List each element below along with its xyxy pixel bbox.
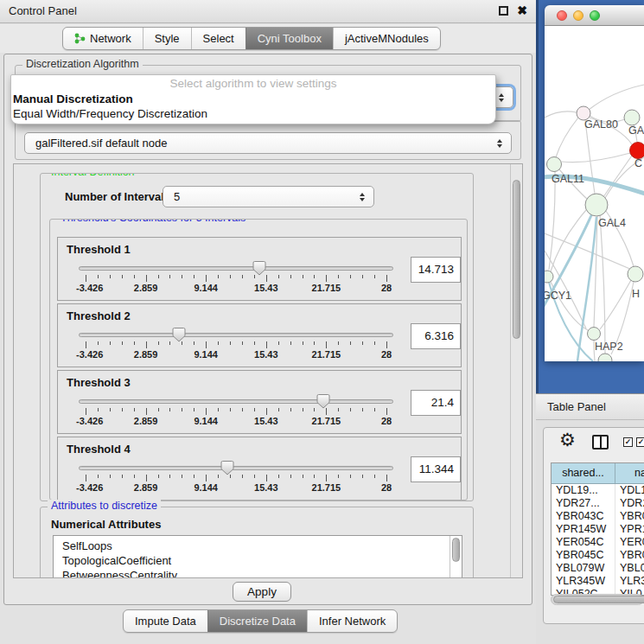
table-cell[interactable]: YBR043C [552, 510, 615, 523]
right-pane: GAL80GACGAL11GAL4GCY1HHAP2 Table Panel ⚙… [536, 0, 644, 644]
number-of-intervals-combobox[interactable]: 5 [163, 186, 374, 207]
threshold-slider-handle[interactable] [220, 460, 234, 475]
tab-select[interactable]: Select [191, 28, 245, 49]
table-cell[interactable]: YDL19... [552, 484, 615, 497]
split-view-icon[interactable] [592, 435, 609, 450]
table-row[interactable]: YER054CYER0 [552, 536, 644, 549]
network-node[interactable] [585, 194, 608, 216]
gear-icon[interactable]: ⚙ [559, 430, 576, 450]
network-edge[interactable] [549, 171, 555, 270]
tab-cyni-toolbox[interactable]: Cyni Toolbox [245, 28, 333, 49]
numerical-attributes-list[interactable]: SelfLoopsTopologicalCoefficientBetweenne… [53, 535, 462, 578]
tab-jactivemnodules[interactable]: jActiveMNodules [333, 28, 440, 49]
column-header-name[interactable]: na [615, 463, 644, 483]
tab-infer-network[interactable]: Infer Network [307, 610, 397, 632]
table-panel-title: Table Panel [547, 400, 606, 413]
table-row[interactable]: YPR145WYPR1 [552, 523, 644, 536]
attributes-list-scrollbar[interactable] [450, 536, 462, 578]
table-panel-inner: ⚙ ✓ ✓ shared... na YDL19...YDL1YDR27...Y… [543, 427, 644, 624]
table-row[interactable]: YBL079WYBL0 [552, 562, 644, 575]
table-horizontal-scrollbar[interactable] [551, 594, 644, 605]
network-node[interactable] [628, 266, 643, 282]
network-node[interactable] [545, 271, 553, 283]
network-edge[interactable] [556, 118, 578, 157]
threshold-slider-track[interactable] [79, 333, 393, 337]
checkbox-icon[interactable]: ✓ [623, 437, 633, 447]
threshold-slider-handle[interactable] [252, 260, 266, 276]
algorithm-item-equal-width[interactable]: Equal Width/Frequency Discretization [11, 106, 495, 121]
table-cell[interactable]: YBL079W [552, 562, 615, 575]
network-edge[interactable] [585, 120, 595, 194]
tab-network[interactable]: Network [63, 28, 143, 49]
table-cell[interactable]: YBL0 [615, 562, 644, 575]
network-edge[interactable] [603, 156, 632, 197]
checkbox-icon[interactable]: ✓ [636, 437, 644, 447]
table-cell[interactable]: YBR0 [615, 549, 644, 562]
settings-scroll-area: Interval Definition Number of Intervals … [13, 163, 523, 578]
threshold-slider-handle[interactable] [172, 327, 186, 342]
table-cell[interactable]: YPR145W [552, 523, 615, 536]
network-edge[interactable] [589, 85, 644, 110]
table-cell[interactable]: YER054C [552, 536, 615, 549]
control-panel: Control Panel ✖ NetworkStyleSelectCyni T… [0, 0, 536, 644]
attribute-list-item[interactable]: TopologicalCoefficient [54, 553, 462, 568]
table-cell[interactable]: YBR045C [552, 549, 615, 562]
network-node[interactable] [547, 157, 562, 172]
threshold-value-field[interactable]: 14.713 [411, 257, 461, 283]
threshold-slider-handle[interactable] [316, 393, 330, 409]
table-cell[interactable]: YER0 [615, 536, 644, 549]
table-data-combobox[interactable]: galFiltered.sif default node [24, 132, 512, 154]
algorithm-item-manual[interactable]: Manual Discretization [11, 92, 495, 106]
threshold-value-field[interactable]: 21.4 [411, 390, 461, 416]
tab-discretize-data[interactable]: Discretize Data [207, 610, 307, 632]
bottom-tabs: Impute DataDiscretize DataInfer Network [123, 609, 398, 633]
network-node[interactable] [598, 354, 612, 361]
minimize-traffic-light-icon[interactable] [573, 10, 583, 21]
table-cell[interactable]: YDR2 [615, 497, 644, 510]
column-header-shared-name[interactable]: shared... [552, 463, 615, 483]
slider-scale-labels: -3.4262.8599.14415.4321.71528 [86, 283, 386, 295]
threshold-value-field[interactable]: 11.344 [411, 456, 461, 482]
network-node[interactable] [624, 110, 640, 125]
algorithm-prompt-item[interactable]: Select algorithm to view settings [11, 75, 495, 92]
network-edge[interactable] [562, 153, 630, 163]
threshold-slider-track[interactable] [79, 399, 393, 404]
network-node[interactable] [630, 143, 644, 159]
close-icon[interactable]: ✖ [517, 3, 527, 17]
table-cell[interactable]: YLR345W [552, 575, 615, 588]
threshold-label: Threshold 2 [67, 309, 131, 322]
threshold-slider-track[interactable] [79, 266, 393, 271]
table-cell[interactable]: YDL1 [615, 484, 644, 497]
table-row[interactable]: YDR27...YDR2 [552, 497, 644, 510]
network-canvas[interactable]: GAL80GACGAL11GAL4GCY1HHAP2 [545, 26, 644, 361]
table-cell[interactable]: YBR0 [615, 510, 644, 523]
table-row[interactable]: YDL19...YDL1 [552, 484, 644, 497]
network-edge[interactable] [546, 271, 593, 361]
float-window-icon[interactable] [499, 6, 508, 16]
threshold-slider-track[interactable] [79, 466, 393, 470]
apply-button[interactable]: Apply [233, 582, 291, 602]
network-node[interactable] [588, 328, 601, 341]
settings-vertical-scrollbar[interactable] [510, 164, 522, 577]
threshold-label: Threshold 4 [67, 443, 131, 456]
slider-tick-marks [86, 275, 386, 283]
slider-tick-marks [86, 341, 386, 349]
interval-definition-title: Interval Definition [48, 173, 138, 178]
table-cell[interactable]: YDR27... [552, 497, 615, 510]
attribute-list-item[interactable]: SelfLoops [54, 539, 462, 553]
table-row[interactable]: YLR345WYLR3 [552, 575, 644, 588]
tab-impute-data[interactable]: Impute Data [124, 610, 207, 632]
table-row[interactable]: YBR045CYBR0 [552, 549, 644, 562]
zoom-traffic-light-icon[interactable] [590, 10, 600, 21]
network-edge[interactable] [545, 233, 632, 270]
table-cell[interactable]: YLR3 [615, 575, 644, 588]
threshold-value-field[interactable]: 6.316 [411, 323, 461, 349]
table-row[interactable]: YBR043CYBR0 [552, 510, 644, 523]
network-window-titlebar[interactable] [545, 5, 644, 26]
slider-tick-marks [86, 475, 386, 482]
table-cell[interactable]: YPR1 [615, 523, 644, 536]
network-edge[interactable] [545, 112, 577, 118]
tab-style[interactable]: Style [143, 28, 191, 49]
close-traffic-light-icon[interactable] [557, 10, 567, 21]
attribute-list-item[interactable]: BetweennessCentrality [54, 568, 462, 578]
